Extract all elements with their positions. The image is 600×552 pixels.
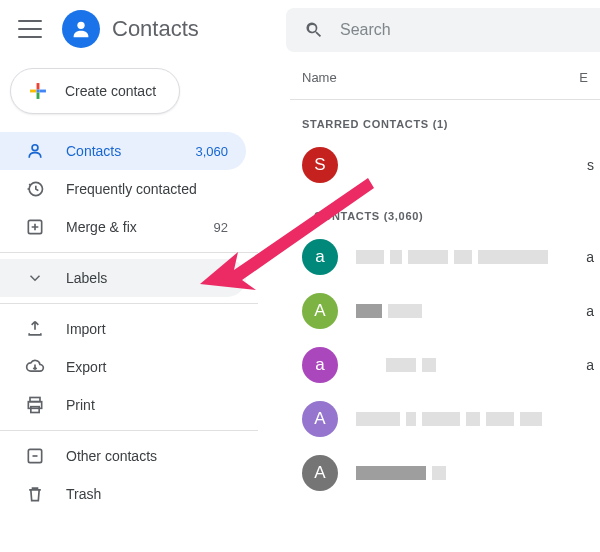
history-icon (24, 179, 46, 199)
print-icon (24, 395, 46, 415)
column-header: Name E (290, 60, 600, 100)
sidebar-item-import[interactable]: Import (0, 310, 246, 348)
section-starred: STARRED CONTACTS (1) (290, 100, 600, 138)
person-icon (24, 141, 46, 161)
sidebar-item-contacts[interactable]: Contacts 3,060 (0, 132, 246, 170)
app-title: Contacts (112, 16, 199, 42)
chevron-down-icon (24, 269, 46, 287)
menu-icon[interactable] (18, 17, 42, 41)
plus-icon (25, 78, 51, 104)
sidebar-item-other[interactable]: Other contacts (0, 437, 246, 475)
redacted-name (386, 358, 436, 372)
import-icon (24, 319, 46, 339)
svg-point-2 (32, 145, 38, 151)
archive-icon (24, 446, 46, 466)
trash-icon (24, 484, 46, 504)
section-contacts: CONTACTS (3,060) (290, 192, 600, 230)
sidebar-item-merge[interactable]: Merge & fix 92 (0, 208, 246, 246)
sidebar-item-print[interactable]: Print (0, 386, 246, 424)
sidebar-item-trash[interactable]: Trash (0, 475, 246, 513)
divider (0, 252, 258, 253)
redacted-name (356, 412, 542, 426)
avatar: S (302, 147, 338, 183)
sidebar-item-frequent[interactable]: Frequently contacted (0, 170, 246, 208)
create-contact-label: Create contact (65, 83, 156, 99)
avatar: A (302, 401, 338, 437)
contact-row[interactable]: A a (290, 284, 600, 338)
divider (0, 430, 258, 431)
avatar: a (302, 239, 338, 275)
merge-icon (24, 217, 46, 237)
contact-row[interactable]: a a (290, 338, 600, 392)
svg-point-0 (77, 22, 84, 29)
contact-row[interactable]: a a (290, 230, 600, 284)
contact-row[interactable]: S s (290, 138, 600, 192)
export-icon (24, 357, 46, 377)
search-input[interactable]: Search (286, 8, 600, 52)
app-logo (62, 10, 100, 48)
contact-row[interactable]: A (290, 392, 600, 446)
create-contact-button[interactable]: Create contact (10, 68, 180, 114)
svg-rect-1 (37, 90, 40, 93)
avatar: A (302, 293, 338, 329)
avatar: A (302, 455, 338, 491)
contact-row[interactable]: A (290, 446, 600, 500)
divider (0, 303, 258, 304)
avatar: a (302, 347, 338, 383)
sidebar-item-labels[interactable]: Labels (0, 259, 246, 297)
sidebar-item-export[interactable]: Export (0, 348, 246, 386)
search-placeholder: Search (340, 21, 391, 39)
redacted-name (356, 466, 446, 480)
redacted-name (356, 304, 422, 318)
search-icon (304, 20, 324, 40)
redacted-name (356, 250, 548, 264)
